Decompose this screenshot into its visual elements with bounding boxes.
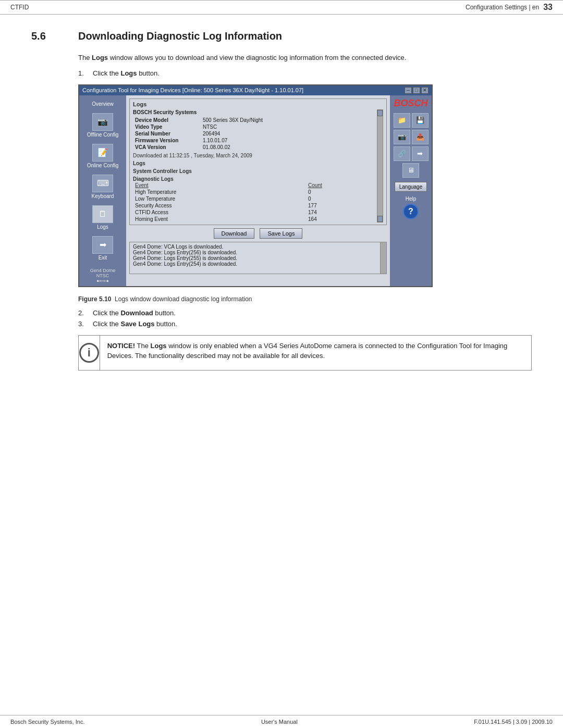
sidebar-item-logs[interactable]: 🗒 Logs [79, 203, 126, 232]
sidebar-label-logs: Logs [80, 224, 125, 230]
table-row: Serial Number 206494 [133, 130, 375, 137]
field-value: NTSC [201, 124, 375, 130]
header-left: CTFID [10, 4, 29, 11]
log-line-4: Gen4 Dome: Logs Entry(254) is downloaded… [133, 261, 383, 267]
event-name: CTFID Access [133, 209, 306, 216]
field-value: 500 Series 36X Day/Night [201, 117, 375, 124]
event-count: 164 [306, 216, 375, 223]
intro-paragraph: The Logs window allows you to download a… [78, 53, 532, 63]
ntsc-label: NTSC [79, 273, 126, 278]
step-2-num: 2. [78, 309, 89, 317]
step-3-num: 3. [78, 320, 89, 328]
table-row: Firmware Version 1.10.01.07 [133, 137, 375, 144]
step-2-text: Click the Download button. [93, 309, 176, 317]
info-icon: i [79, 343, 99, 363]
language-button[interactable]: Language [395, 182, 427, 192]
field-value: 01.08.00.02 [201, 144, 375, 151]
notice-label: NOTICE! [107, 342, 135, 350]
diagnostic-logs-label: Diagnostic Logs [133, 176, 375, 182]
logs-group-title: Logs [133, 101, 383, 107]
event-count: 0 [306, 195, 375, 202]
event-count: 177 [306, 202, 375, 209]
exit-icon: ➡ [92, 236, 113, 254]
figure-caption-text: Logs window download diagnostic log info… [115, 295, 252, 303]
right-btn-folder[interactable]: 📁 [394, 113, 410, 128]
logs-subsection: Logs [133, 161, 375, 166]
help-button[interactable]: ? [403, 204, 419, 219]
logs-group: Logs BOSCH Security Systems Device Model… [129, 98, 387, 225]
right-btn-row-4: 🖥 [402, 163, 419, 178]
field-key: Serial Number [133, 130, 201, 137]
event-count: 174 [306, 209, 375, 216]
table-row: Device Model 500 Series 36X Day/Night [133, 117, 375, 124]
event-name: Low Temperature [133, 195, 306, 202]
save-logs-button[interactable]: Save Logs [260, 228, 302, 239]
window-controls: ─ □ ✕ [405, 87, 429, 94]
table-row: CTFID Access 174 [133, 209, 375, 216]
page-number: 33 [543, 3, 553, 12]
close-button[interactable]: ✕ [421, 87, 429, 94]
sidebar-item-exit[interactable]: ➡ Exit [79, 234, 126, 263]
step-1: 1. Click the Logs button. [78, 69, 532, 77]
sidebar: Overview 📷 Offline Config 📝 Online Confi… [79, 95, 126, 286]
footer-left: Bosch Security Systems, Inc. [10, 719, 84, 725]
field-key: Video Type [133, 124, 201, 130]
step-3: 3. Click the Save Logs button. [78, 320, 532, 328]
bosch-logo: BOSCH [394, 98, 427, 109]
log-line-3: Gen4 Dome: Logs Entry(255) is downloaded… [133, 255, 383, 261]
offline-config-icon: 📷 [92, 113, 113, 131]
table-row: High Temperature 0 [133, 189, 375, 195]
right-btn-screen[interactable]: 🖥 [402, 163, 419, 178]
diagnostic-table: Event Count High Temperature 0 [133, 182, 375, 223]
right-btn-network[interactable]: 🔗 [394, 146, 410, 161]
help-label: Help [406, 196, 417, 202]
right-btn-arrow[interactable]: ➡ [412, 146, 429, 161]
log-line-1: Gen4 Dome: VCA Logs is downloaded. [133, 244, 383, 250]
section-number: 5.6 [31, 30, 57, 42]
section-heading: 5.6 Downloading Diagnostic Log Informati… [31, 30, 532, 42]
sidebar-label-offline: Offline Config [80, 132, 125, 138]
event-count: 0 [306, 189, 375, 195]
right-btn-row-1: 📁 💾 [394, 113, 429, 128]
app-window: Configuration Tool for Imaging Devices [… [78, 84, 433, 287]
sidebar-item-online-config[interactable]: 📝 Online Config [79, 142, 126, 170]
main-content: 5.6 Downloading Diagnostic Log Informati… [0, 15, 563, 402]
maximize-button[interactable]: □ [413, 87, 420, 94]
table-row: Video Type NTSC [133, 124, 375, 130]
event-name: Security Access [133, 202, 306, 209]
table-row: Security Access 177 [133, 202, 375, 209]
logs-scrollbar[interactable] [377, 109, 383, 223]
header-right: Configuration Settings | en [466, 4, 539, 11]
right-btn-save[interactable]: 💾 [412, 113, 429, 128]
right-panel: BOSCH 📁 💾 📷 📤 🔗 ➡ 🖥 [390, 95, 432, 286]
figure-caption: Figure 5.10 Logs window download diagnos… [78, 295, 532, 303]
main-panel: Logs BOSCH Security Systems Device Model… [126, 95, 390, 286]
footer-center: User's Manual [261, 719, 298, 725]
page-header: CTFID Configuration Settings | en 33 [0, 0, 563, 15]
system-controller-logs: System Controller Logs [133, 168, 375, 174]
app-title-bar: Configuration Tool for Imaging Devices [… [79, 85, 432, 95]
sidebar-item-keyboard[interactable]: ⌨ Keyboard [79, 172, 126, 201]
right-btn-camera[interactable]: 📷 [394, 130, 410, 144]
download-button[interactable]: Download [214, 228, 255, 239]
notice-text: NOTICE! The Logs window is only enabled … [100, 336, 531, 370]
app-body: Overview 📷 Offline Config 📝 Online Confi… [79, 95, 432, 286]
field-key: Firmware Version [133, 137, 201, 144]
field-value: 206494 [201, 130, 375, 137]
minimize-button[interactable]: ─ [405, 87, 412, 94]
sidebar-label-exit: Exit [80, 255, 125, 261]
table-row: Low Temperature 0 [133, 195, 375, 202]
log-line-2: Gen4 Dome: Logs Entry(256) is downloaded… [133, 250, 383, 255]
diag-col-count: Count [306, 182, 375, 189]
section-title: Downloading Diagnostic Log Information [78, 30, 282, 42]
steps-list: 1. Click the Logs button. [78, 69, 532, 77]
sidebar-item-overview[interactable]: Overview [79, 98, 126, 109]
log-output-scrollbar[interactable] [380, 242, 386, 274]
app-window-wrapper: Configuration Tool for Imaging Devices [… [78, 84, 532, 287]
right-btn-export[interactable]: 📤 [412, 130, 429, 144]
right-btn-row-2: 📷 📤 [394, 130, 429, 144]
sidebar-item-offline-config[interactable]: 📷 Offline Config [79, 111, 126, 140]
sidebar-label-overview: Overview [80, 101, 125, 107]
field-key: Device Model [133, 117, 201, 124]
log-output-area: Gen4 Dome: VCA Logs is downloaded. Gen4 … [129, 242, 387, 274]
